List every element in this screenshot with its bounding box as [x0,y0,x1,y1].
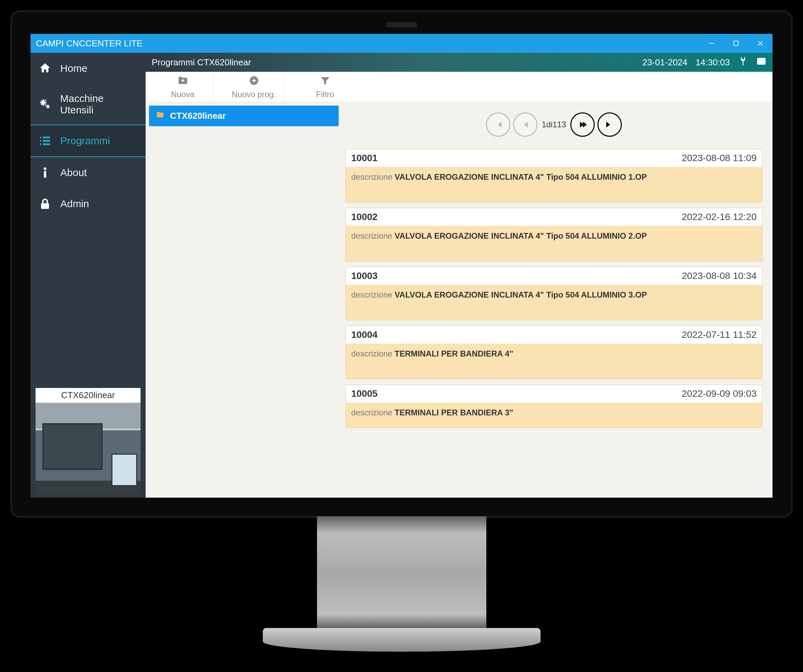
machine-thumbnail-title: CTX620linear [36,388,141,403]
window-titlebar: CAMPI CNCCENTER LITE [31,34,772,53]
program-date: 2022-09-09 09:03 [682,388,757,399]
toolbar: Nuova Nuovo prog. Filtro [146,72,772,102]
mail-icon[interactable] [756,56,766,69]
description-label: descrizione [351,172,392,182]
gears-icon [37,97,53,111]
description-label: descrizione [351,408,392,417]
program-description: VALVOLA EROGAZIONE INCLINATA 4" Tipo 504… [395,290,647,299]
filter-icon [319,75,331,88]
program-date: 2022-07-11 11:52 [682,330,757,340]
svg-point-5 [46,105,49,108]
plus-circle-icon [248,75,260,88]
folder-name: CTX620linear [170,111,226,121]
program-id: 10001 [351,153,378,164]
program-card[interactable]: 10003 2023-08-08 10:34 descrizione VALVO… [345,267,762,320]
program-description: TERMINALI PER BANDIERA 3" [395,408,514,417]
program-description: TERMINALI PER BANDIERA 4" [395,349,514,358]
home-icon [37,62,53,75]
program-date: 2022-02-16 12:20 [682,212,757,222]
program-card[interactable]: 10001 2023-08-08 11:09 descrizione VALVO… [345,149,762,203]
minimize-button[interactable] [699,34,724,53]
sidebar-item-home[interactable]: Home [31,53,146,84]
header-date: 23-01-2024 [642,57,688,68]
pager-next-button[interactable] [571,112,595,137]
pager-first-button[interactable] [486,112,510,137]
description-label: descrizione [351,290,392,299]
sidebar-item-label: Admin [60,198,89,209]
sidebar-item-label: Macchine Utensili [60,93,139,116]
program-date: 2023-08-08 11:09 [682,153,757,164]
sidebar: Home Macchine Utensili Programmi [31,53,146,498]
svg-point-12 [44,167,46,170]
page-title: Programmi CTX620linear [152,57,251,68]
pager-last-button[interactable] [597,112,622,137]
machine-thumbnail-card[interactable]: CTX620linear [36,388,141,494]
sidebar-item-programmi[interactable]: Programmi [31,125,146,157]
new-program-button[interactable]: Nuovo prog. [224,72,284,102]
list-icon [37,134,53,148]
svg-rect-13 [44,171,46,178]
toolbar-label: Nuova [171,90,194,99]
program-description: VALVOLA EROGAZIONE INCLINATA 4" Tipo 504… [395,172,647,182]
program-id: 10005 [351,388,378,399]
sidebar-item-admin[interactable]: Admin [31,188,146,219]
plug-icon[interactable] [738,56,748,69]
filter-button[interactable]: Filtro [295,72,356,102]
toolbar-label: Nuovo prog. [232,90,276,99]
toolbar-label: Filtro [316,90,334,99]
info-icon [37,166,53,179]
sidebar-item-label: Programmi [60,135,110,146]
header-time: 14:30:03 [696,57,730,68]
pager-position: 1di113 [541,120,566,129]
program-description: VALVOLA EROGAZIONE INCLINATA 4" Tipo 504… [395,231,647,240]
svg-rect-14 [41,203,49,209]
program-id: 10002 [351,212,378,222]
folder-tree: CTX620linear [146,102,342,498]
machine-thumbnail-image [36,403,141,494]
program-id: 10004 [351,330,378,340]
page-header: Programmi CTX620linear 23-01-2024 14:30:… [146,53,772,72]
sidebar-item-label: Home [60,63,88,74]
folder-plus-icon [177,75,189,88]
lock-icon [37,197,53,211]
close-button[interactable] [748,34,772,53]
pager: 1di113 [345,109,762,144]
program-card[interactable]: 10002 2022-02-16 12:20 descrizione VALVO… [345,208,762,261]
sidebar-item-label: About [60,167,87,179]
maximize-button[interactable] [724,34,748,53]
description-label: descrizione [351,231,392,240]
description-label: descrizione [351,349,392,358]
folder-icon [155,110,165,122]
program-card[interactable]: 10005 2022-09-09 09:03 descrizione TERMI… [345,385,762,428]
pager-prev-button[interactable] [513,112,538,137]
window-title: CAMPI CNCCENTER LITE [36,38,143,49]
program-card[interactable]: 10004 2022-07-11 11:52 descrizione TERMI… [345,326,762,379]
sidebar-item-about[interactable]: About [31,157,146,188]
new-folder-button[interactable]: Nuova [153,72,213,102]
svg-rect-1 [734,41,738,46]
sidebar-item-macchine[interactable]: Macchine Utensili [31,84,146,125]
program-id: 10003 [351,271,378,281]
folder-item[interactable]: CTX620linear [149,106,339,126]
program-date: 2023-08-08 10:34 [682,271,757,281]
